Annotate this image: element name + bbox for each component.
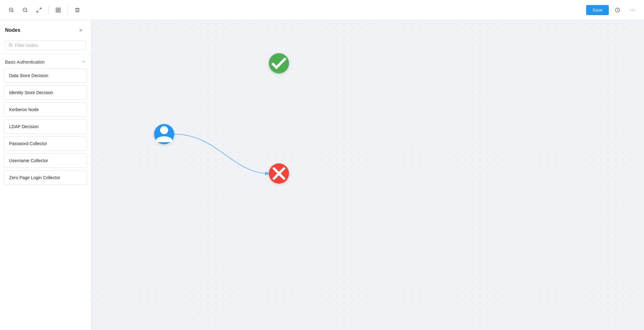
filter-container bbox=[0, 38, 91, 54]
sidebar-divider bbox=[0, 54, 91, 54]
node-item-identity-store-decision[interactable]: Identity Store Decision bbox=[4, 85, 87, 100]
svg-line-1 bbox=[12, 11, 13, 12]
svg-point-14 bbox=[631, 9, 631, 10]
filter-nodes-input[interactable] bbox=[15, 43, 82, 48]
node-item-data-store-decision[interactable]: Data Store Decision bbox=[4, 68, 87, 83]
main-layout: Nodes Basic Authentication bbox=[0, 20, 644, 330]
filter-input-wrapper bbox=[5, 40, 86, 50]
node-item-username-collector[interactable]: Username Collector bbox=[4, 153, 87, 168]
sidebar-header: Nodes bbox=[0, 20, 91, 38]
section-label-basic-auth: Basic Authentication bbox=[5, 60, 45, 65]
toolbar-left bbox=[5, 4, 585, 16]
save-button[interactable]: Save bbox=[586, 5, 609, 15]
x-icon bbox=[269, 163, 289, 184]
zoom-in-button[interactable] bbox=[5, 4, 18, 16]
zoom-out-button[interactable] bbox=[19, 4, 31, 16]
grid-toggle-button[interactable] bbox=[52, 4, 64, 16]
section-header-basic-auth[interactable]: Basic Authentication bbox=[0, 57, 91, 67]
svg-point-16 bbox=[634, 9, 635, 10]
node-item-kerberos-node[interactable]: Kerberos Node bbox=[4, 102, 87, 117]
toolbar-right: Save bbox=[586, 4, 639, 16]
node-item-ldap-decision[interactable]: LDAP Decision bbox=[4, 119, 87, 134]
node-list-basic-auth: Data Store Decision Identity Store Decis… bbox=[0, 67, 91, 187]
delete-button[interactable] bbox=[71, 4, 84, 16]
canvas-node-failure[interactable] bbox=[269, 163, 289, 184]
svg-line-5 bbox=[26, 11, 27, 12]
svg-point-15 bbox=[632, 9, 633, 10]
filter-search-icon bbox=[8, 43, 13, 48]
canvas-node-success[interactable] bbox=[269, 53, 289, 73]
svg-line-22 bbox=[274, 168, 284, 179]
sidebar-title: Nodes bbox=[5, 27, 20, 33]
canvas[interactable] bbox=[91, 20, 644, 330]
fit-view-button[interactable] bbox=[33, 4, 45, 16]
check-icon bbox=[269, 53, 289, 73]
svg-rect-12 bbox=[56, 10, 58, 12]
svg-rect-9 bbox=[56, 8, 58, 9]
svg-line-7 bbox=[40, 8, 41, 9]
svg-rect-10 bbox=[59, 8, 60, 9]
node-item-zero-page-login-collector[interactable]: Zero Page Login Collector bbox=[4, 170, 87, 185]
canvas-node-user[interactable] bbox=[154, 124, 174, 144]
toolbar: Save bbox=[0, 0, 644, 20]
sidebar-close-button[interactable] bbox=[76, 25, 86, 35]
svg-line-20 bbox=[12, 46, 13, 47]
svg-rect-11 bbox=[59, 10, 60, 12]
toolbar-divider-2 bbox=[68, 6, 68, 14]
toolbar-divider bbox=[48, 6, 49, 14]
node-item-password-collector[interactable]: Password Collector bbox=[4, 136, 87, 151]
svg-point-19 bbox=[9, 43, 12, 46]
section-toggle-basic-auth bbox=[81, 59, 86, 65]
svg-line-23 bbox=[274, 168, 284, 179]
svg-line-8 bbox=[37, 10, 38, 12]
more-options-button[interactable] bbox=[626, 4, 639, 16]
canvas-connections-svg bbox=[91, 20, 644, 330]
user-icon bbox=[154, 124, 174, 144]
history-button[interactable] bbox=[611, 4, 624, 16]
sidebar: Nodes Basic Authentication bbox=[0, 20, 91, 330]
